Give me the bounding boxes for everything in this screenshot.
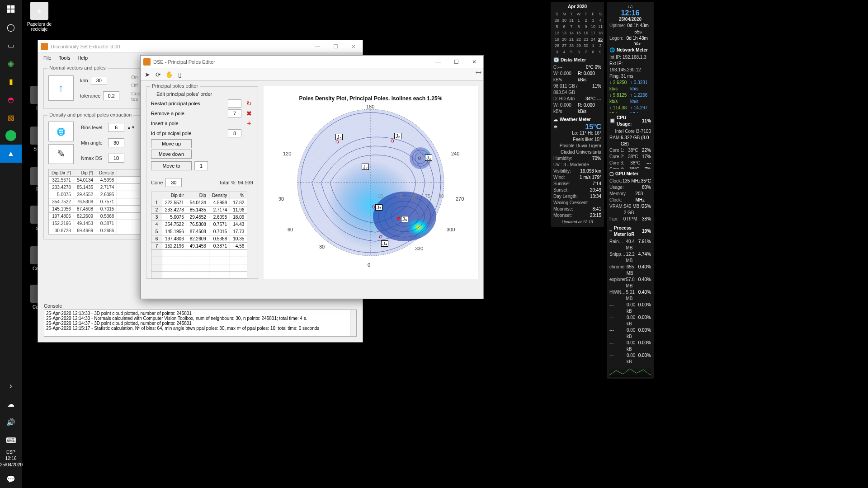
calendar-widget[interactable]: Apr 2020 SMTWTFS 29303112345678910111213… <box>551 2 604 57</box>
svg-rect-0 <box>7 5 11 9</box>
svg-rect-3 <box>11 9 15 13</box>
cortana-icon[interactable]: ◯ <box>0 18 22 36</box>
close-button[interactable]: ✕ <box>465 56 483 68</box>
svg-rect-2 <box>7 9 11 13</box>
menu-tools[interactable]: Tools <box>56 54 73 61</box>
rect-icon[interactable]: ▯ <box>176 70 184 79</box>
menu-file[interactable]: File <box>41 54 54 61</box>
table-row[interactable]: 30.872869.46690.2686 <box>49 227 144 235</box>
svg-rect-1 <box>11 5 15 9</box>
sound-icon[interactable]: 🔊 <box>0 413 22 431</box>
add-icon[interactable]: ＋ <box>245 119 253 127</box>
taskview-icon[interactable]: ▭ <box>0 36 22 54</box>
moveto-button[interactable]: Move to <box>151 161 192 170</box>
knn-input[interactable] <box>91 76 107 85</box>
console[interactable]: 25-Apr-2020 12:13:33 - 3D point cloud pl… <box>44 310 357 337</box>
minimize-button[interactable]: — <box>308 40 326 53</box>
editor-group: Principal poles editor Edit principal po… <box>146 86 258 279</box>
matlab-icon[interactable]: ▲ <box>0 145 22 163</box>
pole-j1-label: J₁ <box>401 216 408 222</box>
table-row[interactable]: 5.007529.45522.6095 <box>49 191 144 198</box>
remove-icon[interactable]: ✖ <box>245 109 253 117</box>
window-title: Discontinuity Set Extractor 3.00 <box>51 44 120 49</box>
table-row[interactable]: 197.480682.26090.5368 <box>49 213 144 220</box>
moveto-input[interactable] <box>194 161 208 170</box>
cone-input[interactable] <box>165 178 182 187</box>
onedrive-icon[interactable]: ☁ <box>0 395 22 413</box>
table-row[interactable]: 4354.752276.53080.757114.43 <box>151 221 247 228</box>
table-row[interactable]: 2233.427885.14352.717411.96 <box>151 206 247 214</box>
maximize-button[interactable]: ☐ <box>447 56 465 68</box>
movedown-button[interactable]: Move down <box>151 150 192 159</box>
total-label: Total %: 94.939 <box>219 180 253 185</box>
process-widget[interactable]: ≡ Process Meter IoR 19% Rainmeter40.4 MB… <box>607 223 654 379</box>
keyboard-icon[interactable]: ⌨ <box>0 431 22 449</box>
table-row[interactable]: 152.219649.14530.3871 <box>49 220 144 227</box>
minangle-input[interactable] <box>108 138 124 147</box>
poles-table: Dip Dir [°] Dip [°] Density 322.557154.0… <box>48 169 144 235</box>
app-icon-1[interactable]: ◓ <box>0 90 22 108</box>
pole-j2-label: J₂ <box>425 155 432 161</box>
menu-help[interactable]: Help <box>75 54 90 61</box>
weather-widget[interactable]: ☁ Weather Meter 🌧15°C Lo: 11° Hi: 16°Fee… <box>551 115 604 227</box>
pole-j5-label: J₅ <box>335 134 343 140</box>
table-row[interactable]: 6197.480682.26090.536810.35 <box>151 235 247 243</box>
nmax-input[interactable] <box>108 154 124 163</box>
table-row[interactable]: 5145.195687.45080.701517.73 <box>151 228 247 235</box>
remove-input[interactable] <box>228 109 241 117</box>
clock-date[interactable]: 25/04/2020 <box>0 462 22 468</box>
titlebar[interactable]: Discontinuity Set Extractor 3.00 — ☐ ✕ <box>38 40 363 53</box>
id-input[interactable] <box>228 129 241 137</box>
close-button[interactable]: ✕ <box>344 40 363 53</box>
figure-toolbar: ➤ ⟳ ✋ ▯ <box>141 68 483 81</box>
minimize-button[interactable]: — <box>429 56 447 68</box>
pole-j6-label: J₆ <box>394 133 401 139</box>
clock-time[interactable]: 12:16 <box>0 455 22 462</box>
arrow-tile-button[interactable]: ↑ <box>48 75 74 101</box>
pointer-icon[interactable]: ➤ <box>143 70 151 79</box>
console-section: Console 25-Apr-2020 12:13:33 - 3D point … <box>44 303 357 337</box>
rotate-icon[interactable]: ⟳ <box>154 70 162 79</box>
table-row[interactable]: 145.195687.45080.7015 <box>49 206 144 213</box>
density-plot[interactable]: Poles Density Plot, Principal Poles. Iso… <box>264 86 478 279</box>
chevron-up-icon[interactable]: › <box>0 377 22 395</box>
expand-handle[interactable]: ⟷ <box>476 70 481 75</box>
svg-point-17 <box>418 157 421 160</box>
table-row[interactable]: 35.007529.45522.609518.09 <box>151 214 247 221</box>
app-icon <box>41 43 48 50</box>
table-row[interactable]: 1322.557154.01344.599817.82 <box>151 199 247 206</box>
app-icon <box>143 58 151 66</box>
taskbar: ◯ ▭ ◉ ▮ ◓ ▧ ▲ › ☁ 🔊 ⌨ ESP 12:16 25/04/20… <box>0 0 22 488</box>
scrollbar[interactable] <box>350 310 356 336</box>
density-button-1[interactable]: 🌐 <box>48 122 74 141</box>
moveup-button[interactable]: Move up <box>151 139 192 148</box>
chrome-icon[interactable]: ◉ <box>0 54 22 72</box>
table-row[interactable]: 354.752276.53080.7571 <box>49 198 144 206</box>
refresh-icon[interactable]: ↻ <box>245 99 253 108</box>
maximize-button[interactable]: ☐ <box>326 40 344 53</box>
svg-point-18 <box>372 206 375 208</box>
app-icon-2[interactable]: ▧ <box>0 108 22 127</box>
hand-icon[interactable]: ✋ <box>165 70 173 79</box>
table-row[interactable]: 7152.219649.14530.38714.56 <box>151 243 247 250</box>
spotify-icon[interactable] <box>5 130 16 141</box>
trash-icon: 🗑 <box>30 2 48 20</box>
bins-input[interactable] <box>108 123 124 132</box>
principal-poles-window: DSE - Principal Poles Editor — ☐ ✕ ➤ ⟳ ✋… <box>140 55 484 299</box>
start-button[interactable] <box>0 0 22 18</box>
table-row[interactable]: 233.427885.14352.7174 <box>49 184 144 191</box>
titlebar[interactable]: DSE - Principal Poles Editor — ☐ ✕ <box>141 56 483 68</box>
window-title: DSE - Principal Poles Editor <box>153 59 215 65</box>
recycle-bin[interactable]: 🗑 Papelera de reciclaje <box>25 2 54 32</box>
pole-j7-label: J₇ <box>362 164 369 170</box>
pole-j4-label: J₄ <box>381 240 388 247</box>
restart-input[interactable] <box>228 99 241 108</box>
table-row[interactable]: 322.557154.01344.5998 <box>49 177 144 184</box>
tolerance-input[interactable] <box>103 91 119 100</box>
lang-indicator[interactable]: ESP <box>0 449 22 455</box>
notifications-icon[interactable]: 💬 <box>0 470 22 488</box>
principal-poles-table: Dip dir Dip Density % 1322.557154.01344.… <box>151 192 247 279</box>
density-button-2[interactable]: ✎ <box>48 144 74 164</box>
explorer-icon[interactable]: ▮ <box>0 72 22 90</box>
pole-j3-label: J₃ <box>375 204 382 211</box>
